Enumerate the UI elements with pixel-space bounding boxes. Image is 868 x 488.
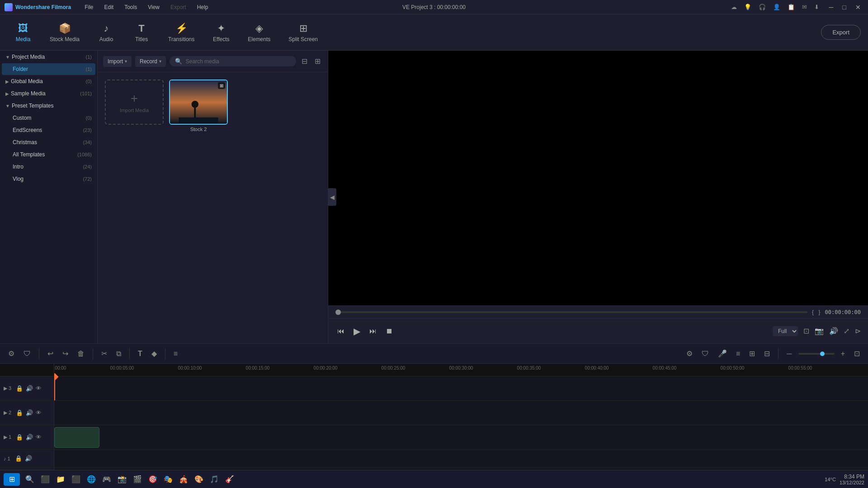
bracket-start[interactable]: { [812,309,814,315]
minimize-btn[interactable]: ─ [826,3,836,12]
text-btn[interactable]: T [135,348,145,360]
track-3-lock[interactable]: 🔒 [16,385,23,392]
taskbar-media1[interactable]: 📸 [115,472,129,487]
preview-snapshot-icon[interactable]: 📷 [815,327,824,335]
menu-export[interactable]: Export [166,3,191,11]
play-button[interactable]: ▶ [352,324,362,338]
tree-preset-templates[interactable]: ▼ Preset Templates [2,100,95,112]
timeline-mask-btn[interactable]: 🛡 [21,348,33,360]
track-1-lock[interactable]: 🔒 [16,434,23,441]
track-2-eye[interactable]: 👁 [36,409,42,416]
menu-help[interactable]: Help [193,3,213,11]
progress-handle[interactable] [335,310,341,315]
cut-btn[interactable]: ✂ [99,347,110,360]
marker-btn[interactable]: 🛡 [699,348,712,360]
tree-intro[interactable]: Intro (24) [2,161,95,173]
preview-more-icon[interactable]: ⊳ [855,327,861,335]
tool-elements[interactable]: ◈ Elements [241,19,278,46]
undo-btn[interactable]: ↩ [45,347,56,360]
tree-vlog[interactable]: Vlog (72) [2,173,95,185]
track-1-audio[interactable]: 🔊 [26,434,33,441]
progress-track[interactable] [335,311,807,313]
track-1-eye[interactable]: 👁 [36,434,42,441]
stop-button[interactable]: ⏹ [384,325,395,337]
timeline-settings-btn[interactable]: ⚙ [5,347,17,360]
transition-btn[interactable]: ⊞ [746,347,758,360]
track-2-lock[interactable]: 🔒 [16,409,23,416]
maximize-btn[interactable]: □ [840,3,849,12]
audio-mix-btn[interactable]: ≡ [171,348,180,360]
taskbar-app6[interactable]: 🎸 [222,472,237,487]
tool-effects[interactable]: ✦ Effects [205,19,237,46]
menu-edit[interactable]: Edit [99,3,118,11]
taskbar-app3[interactable]: 🎪 [176,472,191,487]
taskbar-filmora[interactable]: 🎬 [130,472,145,487]
media-thumbnail-stock2[interactable]: ⊞ [169,80,228,125]
fast-forward-button[interactable]: ⏭ [368,325,378,337]
caption-btn[interactable]: ⊟ [761,347,773,360]
tree-christmas[interactable]: Christmas (34) [2,136,95,148]
bracket-end[interactable]: } [818,309,820,315]
preview-volume-icon[interactable]: 🔊 [829,327,838,335]
quality-select[interactable]: Full 1/2 1/4 [773,326,798,336]
menu-view[interactable]: View [143,3,164,11]
tree-endscreens[interactable]: EndScreens (23) [2,124,95,136]
start-button[interactable]: ⊞ [4,473,20,486]
search-input[interactable] [186,58,291,65]
tree-project-media[interactable]: ▼ Project Media (1) [2,51,95,63]
redo-btn[interactable]: ↪ [60,347,71,360]
tree-all-templates[interactable]: All Templates (1086) [2,149,95,160]
fit-timeline-btn[interactable]: ⊡ [851,347,863,360]
taskbar-app4[interactable]: 🎨 [192,472,206,487]
keyframe-btn[interactable]: ◆ [149,347,160,360]
rewind-button[interactable]: ⏮ [335,325,346,337]
filter-button[interactable]: ⊟ [300,55,309,67]
zoom-slider-handle[interactable] [820,352,825,356]
mic-btn[interactable]: 🎤 [715,347,730,360]
panel-collapse-arrow[interactable]: ◀ [328,188,336,206]
record-button[interactable]: Record ▾ [135,56,166,67]
grid-view-button[interactable]: ⊞ [313,55,322,67]
media-item-stock2[interactable]: ⊞ Stock 2 [169,80,228,132]
taskbar-terminal[interactable]: ⬛ [69,472,83,487]
audio-1-lock[interactable]: 🔒 [15,455,22,462]
preview-fullscreen-icon[interactable]: ⤢ [844,327,849,335]
taskbar-game1[interactable]: 🎮 [99,472,114,487]
tool-transitions[interactable]: ⚡ Transitions [161,19,202,46]
taskbar-app1[interactable]: 🎯 [146,472,160,487]
tool-media[interactable]: 🖼 Media [7,19,39,46]
audio-1-audio[interactable]: 🔊 [25,455,32,462]
tool-stock-media[interactable]: 📦 Stock Media [42,19,87,46]
track-3-audio[interactable]: 🔊 [26,385,33,392]
mixer-btn[interactable]: ≡ [733,348,743,360]
taskbar-task-view[interactable]: ⬛ [38,472,52,487]
import-media-tile[interactable]: + Import Media [105,80,164,132]
tool-titles[interactable]: T Titles [126,19,157,46]
menu-file[interactable]: File [80,3,98,11]
track-2-audio[interactable]: 🔊 [26,409,33,416]
taskbar-browser[interactable]: 🌐 [84,472,99,487]
tree-sample-media[interactable]: ▶ Sample Media (101) [2,88,95,99]
import-button[interactable]: Import ▾ [103,56,132,67]
tool-split-screen[interactable]: ⊞ Split Screen [281,19,325,46]
taskbar-app2[interactable]: 🎭 [161,472,175,487]
snap-btn[interactable]: ⚙ [684,347,695,360]
zoom-in-btn[interactable]: + [838,348,848,360]
tool-audio[interactable]: ♪ Audio [90,19,122,46]
zoom-out-btn[interactable]: ─ [784,348,794,360]
copy-btn[interactable]: ⧉ [113,348,124,360]
import-tile[interactable]: + Import Media [105,80,164,125]
taskbar-search[interactable]: 🔍 [23,472,37,487]
taskbar-app5[interactable]: 🎵 [207,472,222,487]
close-btn[interactable]: ✕ [853,3,863,12]
export-button[interactable]: Export [821,25,861,40]
menu-tools[interactable]: Tools [120,3,142,11]
clip-block-1[interactable] [54,427,99,448]
taskbar-file-explorer[interactable]: 📁 [53,472,68,487]
tree-global-media[interactable]: ▶ Global Media (0) [2,75,95,87]
tree-custom[interactable]: Custom (0) [2,112,95,124]
delete-btn[interactable]: 🗑 [75,348,87,360]
zoom-slider[interactable] [798,353,835,355]
tree-folder[interactable]: Folder (1) [2,63,95,75]
preview-fit-icon[interactable]: ⊡ [803,327,809,335]
